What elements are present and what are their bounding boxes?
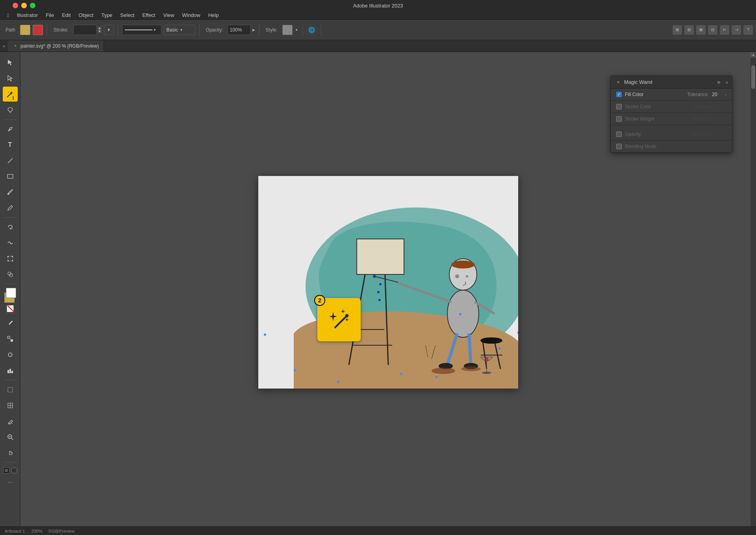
screen-mode-normal[interactable] [3, 467, 9, 474]
shape-builder-tool-btn[interactable] [3, 267, 18, 282]
opacity-field[interactable] [227, 25, 251, 35]
magic-wand-annotation-icon [325, 306, 353, 333]
status-artboard-label: Artboard 1 [5, 529, 25, 533]
menu-help[interactable]: Help [204, 11, 223, 19]
arrange-icon-5[interactable]: ⊢ [720, 25, 729, 35]
line-tool-btn[interactable] [3, 153, 18, 168]
apple-menu-item[interactable]:  [3, 11, 13, 19]
warp-tool-btn[interactable] [3, 235, 18, 250]
sidebar-collapse-btn[interactable]: « [0, 40, 8, 52]
document-tab[interactable]: × painter.svg* @ 200 % (RGB/Preview) [8, 41, 104, 52]
pen-tool-btn[interactable] [3, 122, 18, 137]
stroke-weight-field[interactable] [73, 25, 97, 35]
brush-style-dropdown[interactable]: Basic ▼ [164, 25, 195, 35]
direct-selection-tool-icon [7, 75, 14, 82]
free-transform-tool-btn[interactable] [3, 251, 18, 266]
arrange-icon-1[interactable]: ⊞ [673, 25, 682, 35]
menu-illustrator[interactable]: Illustrator [13, 11, 42, 19]
hand-tool-btn[interactable] [3, 445, 18, 460]
foreground-color-swatch[interactable] [6, 288, 16, 298]
arrange-icon-4[interactable]: ⊡ [708, 25, 717, 35]
slice-tool-btn[interactable] [3, 398, 18, 413]
arrange-icon-3[interactable]: ⊠ [696, 25, 706, 35]
svg-point-48 [378, 299, 381, 301]
scrollbar-track[interactable] [750, 57, 756, 535]
menu-type[interactable]: Type [97, 11, 116, 19]
menu-select[interactable]: Select [116, 11, 138, 19]
stroke-stepper[interactable]: ▲ ▼ [98, 27, 102, 33]
rotate-tool-btn[interactable] [3, 220, 18, 235]
eyedropper-tool-btn[interactable] [3, 316, 18, 331]
arrange-icon-2[interactable]: ⊟ [684, 25, 694, 35]
magic-wand-annotation-badge: 2 [317, 298, 361, 341]
tab-bar: « × painter.svg* @ 200 % (RGB/Preview) [0, 40, 756, 52]
menu-file[interactable]: File [42, 11, 58, 19]
pencil-tool-btn[interactable] [3, 200, 18, 215]
opacity-expand[interactable]: ▶ [252, 28, 255, 32]
left-toolbar: 1 T [0, 52, 20, 535]
canvas-container: 2 [258, 176, 518, 389]
opacity-checkbox[interactable] [616, 131, 622, 137]
maximize-button[interactable] [30, 3, 35, 8]
lasso-tool-btn[interactable] [3, 102, 18, 117]
stroke-line-selector[interactable]: ▼ [122, 25, 161, 35]
canvas-area[interactable]: 2 ▲ ▼ [20, 52, 756, 535]
artboard[interactable]: 2 [258, 176, 518, 389]
color-swatches[interactable] [3, 288, 18, 303]
menu-object[interactable]: Object [75, 11, 98, 19]
status-color-mode: RGB/Preview [49, 529, 75, 533]
window-controls [6, 3, 35, 8]
zoom-tool-btn[interactable] [3, 429, 18, 444]
direct-selection-tool-btn[interactable] [3, 71, 18, 86]
panel-close-btn[interactable]: × [615, 79, 622, 86]
screen-mode-full[interactable] [11, 467, 17, 474]
tab-close-icon[interactable]: × [13, 43, 18, 49]
svg-line-50 [469, 333, 471, 365]
stroke-weight-checkbox[interactable] [616, 116, 622, 122]
blend-tool-btn[interactable] [3, 331, 18, 346]
panel-menu-btn[interactable]: ≡ [717, 79, 720, 85]
pencil-tool-icon [7, 204, 14, 211]
stroke-dropdown[interactable]: ▼ [104, 25, 114, 35]
more-tools-btn[interactable]: ··· [3, 477, 18, 487]
arrange-icon-6[interactable]: ⊣ [732, 25, 741, 35]
menu-view[interactable]: View [159, 11, 178, 19]
eraser-tool-btn[interactable] [3, 414, 18, 429]
menu-window[interactable]: Window [178, 11, 204, 19]
illustration-svg [258, 176, 518, 389]
blending-mode-checkbox[interactable] [616, 144, 622, 149]
toolbar-divider-2 [118, 24, 118, 36]
rect-tool-btn[interactable] [3, 169, 18, 184]
globe-icon[interactable]: 🌐 [307, 25, 317, 35]
stroke-color-swatch[interactable] [33, 25, 43, 35]
panel-collapse-btn[interactable]: « [726, 80, 728, 85]
arrange-icon-7[interactable]: ⊤ [743, 25, 753, 35]
svg-rect-8 [7, 260, 9, 261]
minimize-button[interactable] [21, 3, 27, 8]
fill-color-checkbox[interactable] [616, 92, 622, 97]
right-scrollbar[interactable]: ▲ ▼ [750, 52, 756, 535]
menu-effect[interactable]: Effect [138, 11, 159, 19]
symbol-sprayer-tool-btn[interactable] [3, 347, 18, 362]
annotation-1-badge: 1 [11, 95, 16, 101]
fill-color-chevron[interactable]: › [725, 92, 726, 97]
artboard-tool-btn[interactable] [3, 382, 18, 397]
scrollbar-up-arrow[interactable]: ▲ [750, 52, 756, 57]
stroke-color-checkbox[interactable] [616, 104, 622, 109]
column-graph-tool-btn[interactable] [3, 363, 18, 378]
menu-edit[interactable]: Edit [58, 11, 74, 19]
scrollbar-thumb[interactable] [751, 65, 755, 89]
style-swatch[interactable] [282, 25, 293, 35]
paintbrush-tool-btn[interactable] [3, 185, 18, 200]
selection-tool-btn[interactable] [3, 55, 18, 70]
style-dropdown-arrow[interactable]: ▼ [295, 28, 298, 32]
close-button[interactable] [13, 3, 18, 8]
type-tool-btn[interactable]: T [3, 137, 18, 152]
none-color-btn[interactable] [7, 305, 14, 312]
fill-color-swatch[interactable] [20, 25, 30, 35]
svg-line-66 [335, 316, 347, 328]
magic-wand-tool-btn[interactable]: 1 [3, 87, 18, 102]
svg-point-61 [482, 372, 491, 374]
app-title: Adobe Illustrator 2023 [353, 3, 403, 9]
svg-rect-9 [12, 260, 13, 261]
